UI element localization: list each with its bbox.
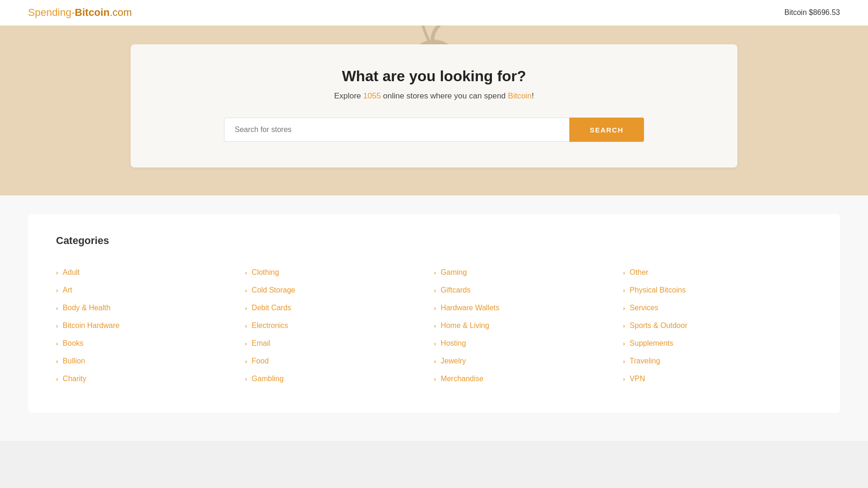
- category-item[interactable]: ›Jewelry: [434, 352, 623, 370]
- categories-card: Categories ›Adult›Art›Body & Health›Bitc…: [28, 214, 840, 413]
- subtitle-end: !: [532, 91, 534, 100]
- chevron-right-icon: ›: [56, 358, 58, 365]
- chevron-right-icon: ›: [56, 340, 58, 347]
- category-label: Electronics: [252, 321, 288, 330]
- logo[interactable]: Spending-Bitcoin.com: [28, 7, 132, 19]
- category-item[interactable]: ›Sports & Outdoor: [623, 317, 812, 335]
- category-item[interactable]: ›Gaming: [434, 264, 623, 281]
- category-item[interactable]: ›Bitcoin Hardware: [56, 317, 245, 335]
- category-label: Jewelry: [441, 357, 466, 365]
- category-item[interactable]: ›Electronics: [245, 317, 434, 335]
- category-item[interactable]: ›Books: [56, 335, 245, 352]
- category-label: Cold Storage: [252, 286, 295, 294]
- category-item[interactable]: ›Traveling: [623, 352, 812, 370]
- category-label: Charity: [63, 375, 86, 383]
- category-item[interactable]: ›VPN: [623, 370, 812, 388]
- category-item[interactable]: ›Giftcards: [434, 281, 623, 299]
- chevron-right-icon: ›: [434, 358, 436, 365]
- hero-title: What are you looking for?: [168, 68, 700, 85]
- chevron-right-icon: ›: [245, 358, 247, 365]
- category-item[interactable]: ›Bullion: [56, 352, 245, 370]
- subtitle-pre: Explore: [334, 91, 363, 100]
- category-label: Email: [252, 339, 270, 348]
- category-item[interactable]: ›Hosting: [434, 335, 623, 352]
- category-label: Gambling: [252, 375, 283, 383]
- category-label: Clothing: [252, 268, 279, 277]
- chevron-right-icon: ›: [56, 322, 58, 329]
- bitcoin-price-label: Bitcoin: [784, 8, 807, 16]
- category-item[interactable]: ›Home & Living: [434, 317, 623, 335]
- search-row: SEARCH: [224, 118, 644, 142]
- search-button[interactable]: SEARCH: [569, 118, 644, 142]
- chevron-right-icon: ›: [623, 358, 625, 365]
- category-item[interactable]: ›Food: [245, 352, 434, 370]
- chevron-right-icon: ›: [623, 376, 625, 383]
- category-label: Merchandise: [441, 375, 483, 383]
- category-item[interactable]: ›Gambling: [245, 370, 434, 388]
- categories-grid: ›Adult›Art›Body & Health›Bitcoin Hardwar…: [56, 264, 812, 388]
- chevron-right-icon: ›: [245, 322, 247, 329]
- category-label: Traveling: [630, 357, 660, 365]
- category-item[interactable]: ›Physical Bitcoins: [623, 281, 812, 299]
- chevron-right-icon: ›: [434, 340, 436, 347]
- chevron-right-icon: ›: [245, 269, 247, 276]
- logo-text: Spending-: [28, 7, 75, 18]
- chevron-right-icon: ›: [434, 322, 436, 329]
- category-label: Adult: [63, 268, 79, 277]
- chevron-right-icon: ›: [434, 287, 436, 294]
- category-item[interactable]: ›Cold Storage: [245, 281, 434, 299]
- chevron-right-icon: ›: [623, 287, 625, 294]
- bitcoin-price-value: $8696.53: [809, 8, 840, 16]
- category-label: Home & Living: [441, 321, 489, 330]
- category-item[interactable]: ›Hardware Wallets: [434, 299, 623, 317]
- chevron-right-icon: ›: [56, 376, 58, 383]
- category-item[interactable]: ›Body & Health: [56, 299, 245, 317]
- categories-section: Categories ›Adult›Art›Body & Health›Bitc…: [0, 195, 868, 441]
- search-input[interactable]: [224, 118, 569, 142]
- subtitle-bitcoin: Bitcoin: [508, 91, 532, 100]
- category-item[interactable]: ›Clothing: [245, 264, 434, 281]
- category-label: Hosting: [441, 339, 466, 348]
- chevron-right-icon: ›: [623, 305, 625, 312]
- category-label: Debit Cards: [252, 304, 291, 312]
- chevron-right-icon: ›: [434, 269, 436, 276]
- category-item[interactable]: ›Adult: [56, 264, 245, 281]
- category-label: Food: [252, 357, 268, 365]
- logo-bitcoin: Bitcoin: [75, 7, 110, 18]
- categories-title: Categories: [56, 235, 812, 247]
- category-column-2: ›Gaming›Giftcards›Hardware Wallets›Home …: [434, 264, 623, 388]
- category-item[interactable]: ›Supplements: [623, 335, 812, 352]
- category-label: Services: [630, 304, 658, 312]
- category-item[interactable]: ›Art: [56, 281, 245, 299]
- chevron-right-icon: ›: [56, 269, 58, 276]
- category-label: Supplements: [630, 339, 673, 348]
- category-item[interactable]: ›Charity: [56, 370, 245, 388]
- category-item[interactable]: ›Debit Cards: [245, 299, 434, 317]
- category-item[interactable]: ›Email: [245, 335, 434, 352]
- subtitle-mid: online stores where you can spend: [381, 91, 508, 100]
- chevron-right-icon: ›: [623, 340, 625, 347]
- subtitle-count: 1055: [363, 91, 381, 100]
- hero-card: What are you looking for? Explore 1055 o…: [131, 44, 737, 167]
- category-item[interactable]: ›Other: [623, 264, 812, 281]
- chevron-right-icon: ›: [56, 305, 58, 312]
- category-label: Books: [63, 339, 83, 348]
- hero-subtitle: Explore 1055 online stores where you can…: [168, 91, 700, 101]
- chevron-right-icon: ›: [623, 322, 625, 329]
- chevron-right-icon: ›: [245, 305, 247, 312]
- category-column-0: ›Adult›Art›Body & Health›Bitcoin Hardwar…: [56, 264, 245, 388]
- category-label: Gaming: [441, 268, 467, 277]
- bitcoin-price-display: Bitcoin $8696.53: [784, 8, 840, 17]
- category-label: Other: [630, 268, 648, 277]
- category-column-3: ›Other›Physical Bitcoins›Services›Sports…: [623, 264, 812, 388]
- category-label: Sports & Outdoor: [630, 321, 687, 330]
- category-label: Bitcoin Hardware: [63, 321, 119, 330]
- logo-com: .com: [110, 7, 132, 18]
- category-label: Giftcards: [441, 286, 470, 294]
- chevron-right-icon: ›: [623, 269, 625, 276]
- hero-section: ₿ What are you looking for? Explore 1055…: [0, 26, 868, 195]
- chevron-right-icon: ›: [245, 376, 247, 383]
- category-item[interactable]: ›Services: [623, 299, 812, 317]
- category-item[interactable]: ›Merchandise: [434, 370, 623, 388]
- category-column-1: ›Clothing›Cold Storage›Debit Cards›Elect…: [245, 264, 434, 388]
